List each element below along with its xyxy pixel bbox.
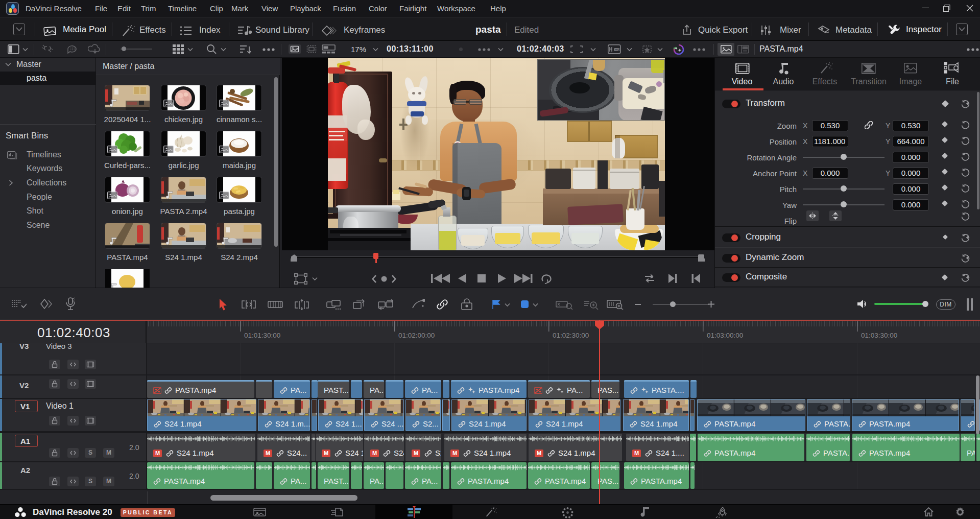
svg-text:HQ: HQ bbox=[615, 48, 619, 51]
